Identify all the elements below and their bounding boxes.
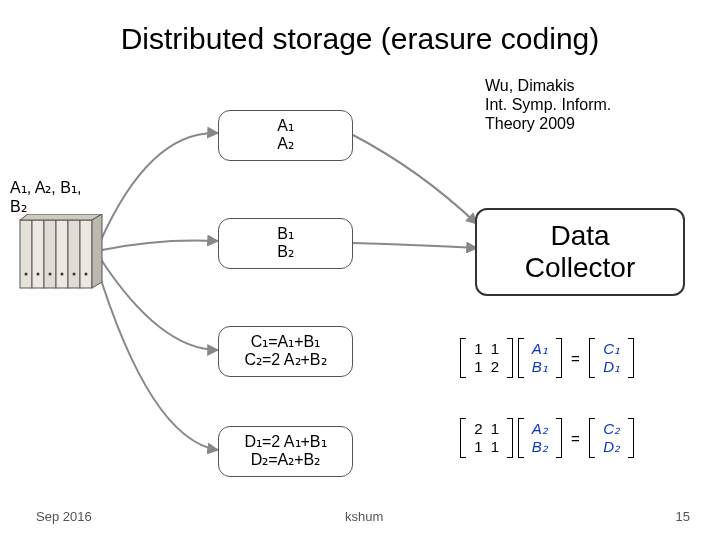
svg-rect-5 [80,220,92,288]
node-a-line2: A₂ [223,135,348,153]
svg-point-8 [49,273,52,276]
page-title: Distributed storage (erasure coding) [0,22,720,56]
data-collector-node: Data Collector [475,208,685,296]
svg-rect-2 [44,220,56,288]
reference-line3: Theory 2009 [485,115,575,132]
svg-rect-1 [32,220,44,288]
footer-date: Sep 2016 [36,509,92,524]
node-c-line2: C₂=2 A₂+B₂ [223,351,348,369]
server-drives-icon [18,214,106,292]
svg-point-11 [85,273,88,276]
node-b-line1: B₁ [223,225,348,243]
storage-node-b: B₁ B₂ [218,218,353,269]
node-c-line1: C₁=A₁+B₁ [223,333,348,351]
svg-point-7 [37,273,40,276]
matrix-equation-2: 2 1 1 1 A₂ B₂ = C₂ D₂ [460,418,634,458]
collector-line2: Collector [485,252,675,284]
footer-author: kshum [345,509,383,524]
storage-node-c: C₁=A₁+B₁ C₂=2 A₂+B₂ [218,326,353,377]
reference-line2: Int. Symp. Inform. [485,96,611,113]
storage-node-d: D₁=2 A₁+B₁ D₂=A₂+B₂ [218,426,353,477]
node-a-line1: A₁ [223,117,348,135]
svg-point-6 [25,273,28,276]
node-d-line2: D₂=A₂+B₂ [223,451,348,469]
svg-point-10 [73,273,76,276]
storage-node-a: A₁ A₂ [218,110,353,161]
footer-page-number: 15 [676,509,690,524]
svg-point-9 [61,273,64,276]
source-symbols-label: A₁, A₂, B₁, B₂ [10,178,100,216]
collector-line1: Data [485,220,675,252]
node-b-line2: B₂ [223,243,348,261]
svg-rect-4 [68,220,80,288]
svg-rect-0 [20,220,32,288]
matrix-equation-1: 1 1 1 2 A₁ B₁ = C₁ D₁ [460,338,634,378]
svg-rect-3 [56,220,68,288]
reference-text: Wu, Dimakis Int. Symp. Inform. Theory 20… [485,76,695,134]
reference-line1: Wu, Dimakis [485,77,575,94]
node-d-line1: D₁=2 A₁+B₁ [223,433,348,451]
